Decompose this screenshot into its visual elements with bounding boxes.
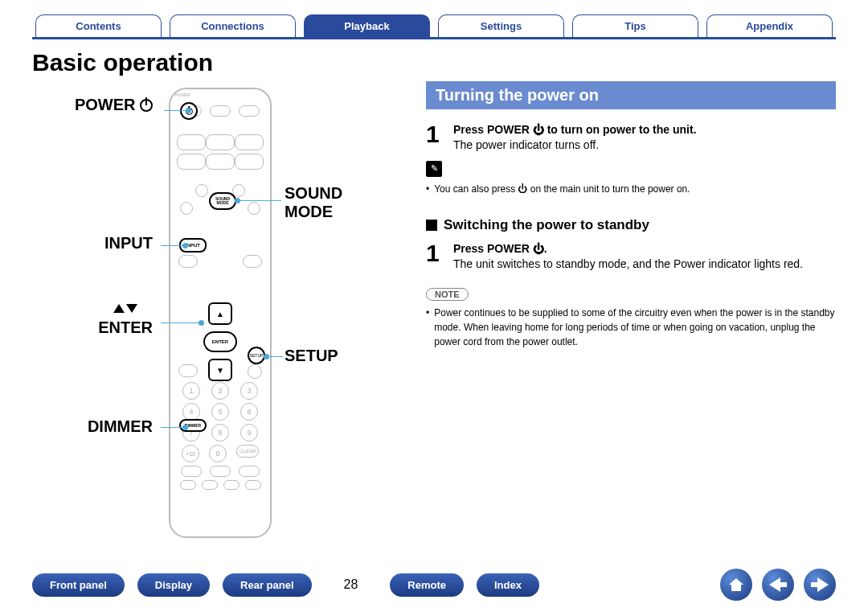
- prev-icon[interactable]: [762, 569, 794, 601]
- leader-setup: [267, 356, 283, 357]
- step-2-text: The unit switches to standby mode, and t…: [453, 257, 803, 272]
- label-dimmer: DIMMER: [88, 417, 153, 436]
- leader-sound-mode: [238, 200, 281, 201]
- tab-appendix[interactable]: Appendix: [706, 14, 833, 37]
- label-sound-mode: SOUNDMODE: [285, 184, 342, 221]
- step-1-bold: Press POWER ⏻ to turn on power to the un…: [453, 122, 697, 138]
- footer-index[interactable]: Index: [477, 573, 539, 597]
- remote-enter-button: ENTER: [203, 331, 237, 352]
- home-icon[interactable]: [720, 569, 752, 601]
- leader-input: [161, 245, 185, 246]
- step-1: 1 Press POWER ⏻ to turn on power to the …: [426, 122, 836, 153]
- remote-down-button: ▼: [208, 359, 232, 381]
- label-enter: ENTER: [98, 298, 153, 337]
- note-label: NOTE: [426, 288, 469, 301]
- remote-up-button: ▲: [208, 302, 232, 325]
- tab-settings[interactable]: Settings: [438, 14, 564, 37]
- sub-heading: Switching the power to standby: [426, 217, 836, 233]
- tab-playback[interactable]: Playback: [304, 14, 430, 37]
- remote-diagram: POWER 123 456 789 +100CLEAR SOUNDMODE: [32, 81, 402, 532]
- page-title: Basic operation: [32, 49, 836, 76]
- tab-contents[interactable]: Contents: [35, 14, 162, 37]
- leader-enter: [161, 322, 201, 323]
- footer: Front panel Display Rear panel 28 Remote…: [32, 569, 836, 601]
- step-number: 1: [426, 241, 444, 272]
- label-setup: SETUP: [285, 347, 338, 365]
- step-2-bold: Press POWER ⏻.: [453, 241, 803, 257]
- tab-connections[interactable]: Connections: [170, 14, 296, 37]
- label-power: POWER: [75, 96, 153, 114]
- tab-tips[interactable]: Tips: [572, 14, 698, 37]
- tip-icon: ✎: [426, 161, 442, 177]
- footer-front-panel[interactable]: Front panel: [32, 573, 125, 597]
- top-tabs: Contents Connections Playback Settings T…: [32, 14, 836, 39]
- remote-setup-button: SETUP: [248, 347, 265, 364]
- footer-remote[interactable]: Remote: [390, 573, 464, 597]
- remote-sound-mode-button: SOUNDMODE: [209, 192, 236, 210]
- step-2: 1 Press POWER ⏻. The unit switches to st…: [426, 241, 836, 272]
- section-heading: Turning the power on: [426, 81, 836, 109]
- note-text: Power continues to be supplied to some o…: [426, 306, 836, 349]
- leader-dimmer: [161, 427, 185, 428]
- leader-power: [164, 110, 188, 111]
- step-number: 1: [426, 122, 444, 153]
- remote-nav-cluster: ▲ ENTER ▼: [197, 302, 244, 381]
- label-input: INPUT: [104, 234, 153, 253]
- footer-display[interactable]: Display: [137, 573, 210, 597]
- next-icon[interactable]: [804, 569, 836, 601]
- power-tiny-label: POWER: [175, 92, 190, 97]
- step-1-text: The power indicator turns off.: [453, 138, 697, 153]
- tip-text: You can also press ⏻ on the main unit to…: [426, 182, 836, 196]
- page-number: 28: [344, 577, 358, 592]
- footer-rear-panel[interactable]: Rear panel: [223, 573, 311, 597]
